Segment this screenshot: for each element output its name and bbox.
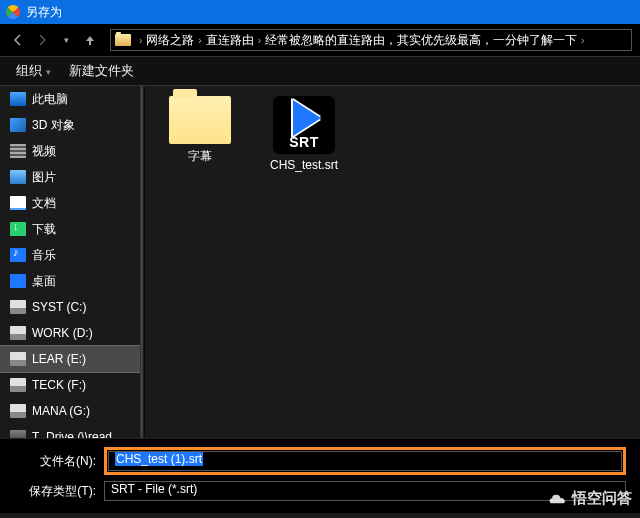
sidebar-item[interactable]: 文档 bbox=[0, 190, 140, 216]
sidebar: 此电脑3D 对象视频图片文档下载音乐桌面SYST (C:)WORK (D:)LE… bbox=[0, 86, 140, 438]
breadcrumb[interactable]: 直连路由 bbox=[206, 32, 254, 49]
sidebar-item-label: 文档 bbox=[32, 195, 56, 212]
i-desk-icon bbox=[10, 274, 26, 288]
sidebar-item-label: 此电脑 bbox=[32, 91, 68, 108]
i-3d-icon bbox=[10, 118, 26, 132]
sidebar-item-label: SYST (C:) bbox=[32, 300, 86, 314]
sidebar-item[interactable]: SYST (C:) bbox=[0, 294, 140, 320]
i-dl-icon bbox=[10, 222, 26, 236]
sidebar-item[interactable]: 桌面 bbox=[0, 268, 140, 294]
breadcrumb[interactable]: 经常被忽略的直连路由，其实优先级最高，一分钟了解一下 bbox=[265, 32, 577, 49]
navigation-bar: ▾ › 网络之路 › 直连路由 › 经常被忽略的直连路由，其实优先级最高，一分钟… bbox=[0, 24, 640, 56]
file-label: CHS_test.srt bbox=[270, 158, 338, 172]
sidebar-item-label: 下载 bbox=[32, 221, 56, 238]
filename-input[interactable]: CHS_test (1).srt bbox=[108, 451, 622, 471]
sidebar-item[interactable]: T_Drive (\\read bbox=[0, 424, 140, 438]
organize-button[interactable]: 组织 ▾ bbox=[10, 60, 57, 82]
filename-highlight: CHS_test (1).srt bbox=[104, 447, 626, 475]
i-drive-icon bbox=[10, 300, 26, 314]
recent-dropdown[interactable]: ▾ bbox=[56, 30, 76, 50]
sidebar-item-label: 3D 对象 bbox=[32, 117, 75, 134]
sidebar-item-label: WORK (D:) bbox=[32, 326, 93, 340]
chevron-right-icon: › bbox=[139, 35, 142, 46]
sidebar-item[interactable]: MANA (G:) bbox=[0, 398, 140, 424]
window-title: 另存为 bbox=[26, 4, 62, 21]
i-pc-icon bbox=[10, 92, 26, 106]
chevron-right-icon: › bbox=[198, 35, 201, 46]
i-doc-icon bbox=[10, 196, 26, 210]
sidebar-item[interactable]: LEAR (E:) bbox=[0, 346, 140, 372]
sidebar-item[interactable]: 此电脑 bbox=[0, 86, 140, 112]
folder-icon bbox=[115, 34, 131, 46]
sidebar-item-label: TECK (F:) bbox=[32, 378, 86, 392]
filename-label: 文件名(N): bbox=[14, 453, 104, 470]
folder-item[interactable]: 字幕 bbox=[155, 96, 245, 165]
address-bar[interactable]: › 网络之路 › 直连路由 › 经常被忽略的直连路由，其实优先级最高，一分钟了解… bbox=[110, 29, 632, 51]
main-area: 此电脑3D 对象视频图片文档下载音乐桌面SYST (C:)WORK (D:)LE… bbox=[0, 86, 640, 438]
toolbar: 组织 ▾ 新建文件夹 bbox=[0, 56, 640, 86]
i-drive-icon bbox=[10, 378, 26, 392]
sidebar-item[interactable]: 图片 bbox=[0, 164, 140, 190]
save-controls: 文件名(N): CHS_test (1).srt 保存类型(T): SRT - … bbox=[0, 438, 640, 513]
sidebar-item-label: T_Drive (\\read bbox=[32, 430, 112, 438]
chrome-icon bbox=[6, 5, 20, 19]
chevron-right-icon: › bbox=[258, 35, 261, 46]
folder-icon bbox=[169, 96, 231, 144]
sidebar-item[interactable]: 音乐 bbox=[0, 242, 140, 268]
new-folder-button[interactable]: 新建文件夹 bbox=[63, 60, 140, 82]
sidebar-item[interactable]: WORK (D:) bbox=[0, 320, 140, 346]
breadcrumb[interactable]: 网络之路 bbox=[146, 32, 194, 49]
sidebar-item[interactable]: TECK (F:) bbox=[0, 372, 140, 398]
watermark: 悟空问答 bbox=[548, 489, 632, 508]
folder-label: 字幕 bbox=[188, 148, 212, 165]
sidebar-item[interactable]: 3D 对象 bbox=[0, 112, 140, 138]
srt-icon: SRT bbox=[273, 96, 335, 154]
i-music-icon bbox=[10, 248, 26, 262]
sidebar-item-label: 桌面 bbox=[32, 273, 56, 290]
sidebar-item[interactable]: 下载 bbox=[0, 216, 140, 242]
i-drive-icon bbox=[10, 404, 26, 418]
back-button[interactable] bbox=[8, 30, 28, 50]
i-drive-icon bbox=[10, 352, 26, 366]
file-view[interactable]: 字幕 SRT CHS_test.srt bbox=[140, 86, 640, 438]
sidebar-item-label: 视频 bbox=[32, 143, 56, 160]
file-item-srt[interactable]: SRT CHS_test.srt bbox=[259, 96, 349, 172]
i-read-icon bbox=[10, 430, 26, 438]
sidebar-item-label: 音乐 bbox=[32, 247, 56, 264]
i-drive-icon bbox=[10, 326, 26, 340]
up-button[interactable] bbox=[80, 30, 100, 50]
i-pic-icon bbox=[10, 170, 26, 184]
i-video-icon bbox=[10, 144, 26, 158]
splitter[interactable] bbox=[141, 86, 145, 438]
sidebar-item-label: 图片 bbox=[32, 169, 56, 186]
sidebar-item-label: MANA (G:) bbox=[32, 404, 90, 418]
filetype-label: 保存类型(T): bbox=[14, 483, 104, 500]
chevron-right-icon: › bbox=[581, 35, 584, 46]
forward-button[interactable] bbox=[32, 30, 52, 50]
sidebar-item[interactable]: 视频 bbox=[0, 138, 140, 164]
window-titlebar: 另存为 bbox=[0, 0, 640, 24]
sidebar-item-label: LEAR (E:) bbox=[32, 352, 86, 366]
